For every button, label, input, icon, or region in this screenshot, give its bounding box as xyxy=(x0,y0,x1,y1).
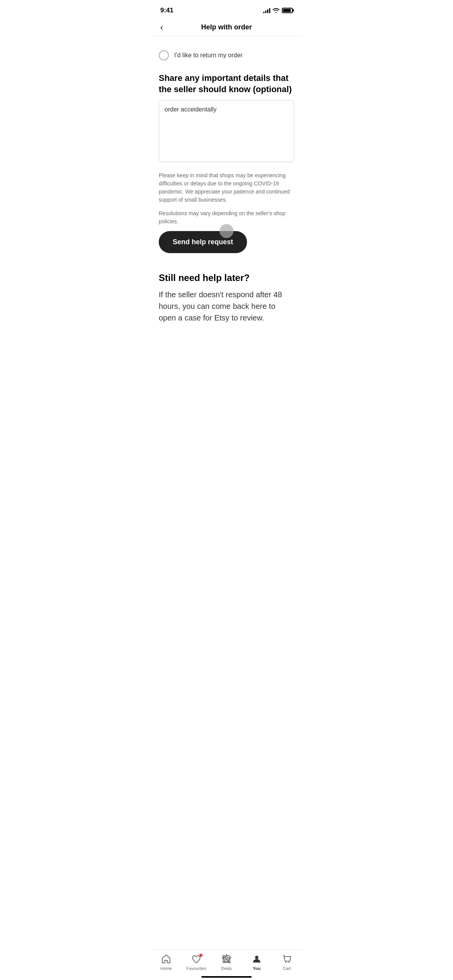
resolutions-notice: Resolutions may vary depending on the se… xyxy=(159,209,294,226)
battery-icon xyxy=(282,8,293,13)
back-button[interactable]: ‹ xyxy=(159,21,165,34)
status-bar: 9:41 xyxy=(151,0,302,19)
still-need-help-section: Still need help later? If the seller doe… xyxy=(159,265,294,324)
details-textarea[interactable]: order acceidentally xyxy=(159,100,294,162)
send-button-container: Send help request xyxy=(159,231,294,253)
still-need-help-title: Still need help later? xyxy=(159,272,294,283)
wifi-icon xyxy=(273,8,280,13)
radio-label: I'd like to return my order xyxy=(174,52,242,59)
signal-icon xyxy=(263,8,270,13)
still-need-help-text: If the seller doesn't respond after 48 h… xyxy=(159,289,294,324)
send-help-request-button[interactable]: Send help request xyxy=(159,231,247,253)
status-time: 9:41 xyxy=(160,7,173,14)
status-icons xyxy=(263,8,293,13)
scroll-indicator xyxy=(220,224,233,238)
details-heading: Share any important details that the sel… xyxy=(159,73,294,95)
return-order-option[interactable]: I'd like to return my order xyxy=(159,44,294,67)
page-title: Help with order xyxy=(201,23,252,31)
main-content: I'd like to return my order Share any im… xyxy=(151,36,302,362)
radio-button[interactable] xyxy=(159,50,169,60)
covid-notice: Please keep in mind that shops may be ex… xyxy=(159,171,294,204)
nav-header: ‹ Help with order xyxy=(151,19,302,36)
